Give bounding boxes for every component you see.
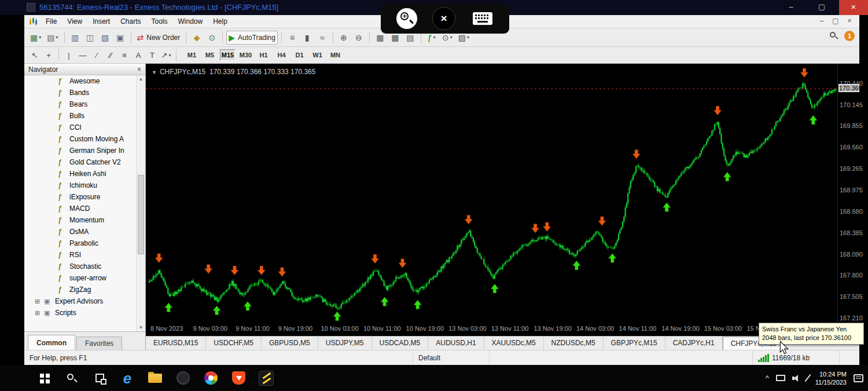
maximize-button[interactable]: ▢	[809, 0, 834, 15]
navigator-item-awesome[interactable]: ƒAwesome	[24, 75, 136, 87]
timeframe-m30[interactable]: M30	[238, 49, 253, 61]
navigator-item-bears[interactable]: ƒBears	[24, 98, 136, 110]
timeframe-m5[interactable]: M5	[202, 49, 218, 61]
navigator-item-parabolic[interactable]: ƒParabolic	[24, 237, 136, 249]
start-button[interactable]	[30, 365, 58, 391]
tray-expand-icon[interactable]: ^	[766, 374, 769, 382]
text-label-button[interactable]: T	[146, 49, 159, 61]
navigator-group-scripts[interactable]: ⊞▣Scripts	[24, 307, 136, 319]
symbol-tab-nzdusdc-m5[interactable]: NZDUSDc,M5	[544, 337, 604, 350]
data-window-button[interactable]: ◫	[83, 31, 97, 45]
navigator-item-osma[interactable]: ƒOsMA	[24, 226, 136, 237]
scrollbar-thumb[interactable]	[138, 175, 144, 254]
menu-file[interactable]: File	[41, 17, 62, 25]
recorder-stop-button[interactable]: ×	[432, 7, 455, 30]
navigator-item-bulls[interactable]: ƒBulls	[24, 110, 136, 122]
horizontal-line-button[interactable]: —	[76, 49, 89, 61]
taskbar-clock[interactable]: 10:24 PM 11/15/2023	[815, 370, 847, 386]
child-minimize-button[interactable]: –	[818, 17, 826, 25]
task-view-button[interactable]	[86, 365, 113, 391]
navigator-item-macd[interactable]: ƒMACD	[24, 203, 136, 214]
dark-app-button[interactable]	[169, 365, 197, 391]
timeframe-d1[interactable]: D1	[292, 49, 307, 61]
navigator-item-gold-catcher-v2[interactable]: ƒGold Catcher V2	[24, 156, 136, 168]
navigator-item-bands[interactable]: ƒBands	[24, 87, 136, 98]
zoom-in-button[interactable]: ⊕	[337, 31, 351, 45]
navigator-item-super-arrow[interactable]: ƒsuper-arrow	[24, 272, 136, 284]
chart-line-button[interactable]: ≈	[315, 31, 329, 45]
navigator-group-expert-advisors[interactable]: ⊞▣Expert Advisors	[24, 295, 136, 307]
keyboard-toggle-button[interactable]	[471, 10, 494, 27]
child-close-button[interactable]: ×	[845, 17, 854, 25]
tree-expand-icon[interactable]: ⊞	[35, 309, 42, 317]
navigator-toggle-button[interactable]: ▧	[98, 31, 112, 45]
search-icon[interactable]	[829, 31, 838, 41]
symbol-tab-xauusdc-m5[interactable]: XAUUSDc,M5	[484, 337, 544, 350]
brave-browser-button[interactable]	[225, 365, 252, 391]
zoom-out-button[interactable]: ⊖	[352, 31, 366, 45]
menu-charts[interactable]: Charts	[115, 17, 146, 25]
experts-button[interactable]: ⊙	[205, 31, 219, 45]
mt4-app-button[interactable]	[252, 365, 280, 391]
timeframe-m1[interactable]: M1	[184, 49, 200, 61]
navigator-item-german-sniper-in[interactable]: ƒGerman Sniper In	[24, 145, 136, 156]
profiles-button[interactable]: ▤▾	[45, 31, 60, 45]
chart-window[interactable]: ▼CHFJPYc,M15 170.339 170.366 170.333 170…	[146, 64, 837, 322]
symbol-tab-gbpusd-m5[interactable]: GBPUSD,M5	[262, 337, 318, 350]
navigator-item-heiken-ashi[interactable]: ƒHeiken Ashi	[24, 168, 136, 180]
navigator-item-momentum[interactable]: ƒMomentum	[24, 214, 136, 226]
navigator-scrollbar[interactable]: ▲ ▼	[136, 75, 145, 331]
colorful-app-button[interactable]	[197, 365, 225, 391]
cursor-button[interactable]: ↖	[28, 49, 41, 61]
notification-center-icon[interactable]	[854, 374, 863, 382]
timeframe-m15[interactable]: M15	[220, 49, 236, 61]
symbol-tab-audusd-h1[interactable]: AUDUSD,H1	[428, 337, 484, 350]
notification-badge[interactable]: 1	[844, 31, 855, 41]
timeframe-mn[interactable]: MN	[328, 49, 343, 61]
autotrading-button[interactable]: ▶AutoTrading	[226, 31, 278, 45]
scroll-up-icon[interactable]: ▲	[137, 76, 145, 82]
symbol-tab-usdcad-m5[interactable]: USDCAD,M5	[372, 337, 429, 350]
zoom-tool-button[interactable]: +	[396, 8, 417, 29]
close-button[interactable]: ×	[839, 0, 868, 15]
timeframe-h1[interactable]: H1	[256, 49, 271, 61]
minimize-button[interactable]: –	[778, 0, 804, 15]
navigator-tab-favorites[interactable]: Favorites	[76, 337, 122, 350]
chart-bars-button[interactable]: ≡	[285, 31, 299, 45]
volume-icon[interactable]	[792, 375, 800, 382]
navigator-tab-common[interactable]: Common	[28, 335, 75, 350]
display-icon[interactable]	[776, 375, 785, 381]
new-order-button[interactable]: ⇄New Order	[135, 31, 183, 45]
fibonacci-button[interactable]: ≡	[118, 49, 131, 61]
timeframe-h4[interactable]: H4	[274, 49, 289, 61]
symbol-tab-cadjpyc-h1[interactable]: CADJPYc,H1	[665, 337, 723, 350]
market-watch-button[interactable]: ▥	[68, 31, 82, 45]
symbol-tab-usdjpy-m5[interactable]: USDJPY,M5	[318, 337, 372, 350]
navigator-item-stochastic[interactable]: ƒStochastic	[24, 261, 136, 272]
metaeditor-button[interactable]: ◆	[190, 31, 204, 45]
menu-insert[interactable]: Insert	[87, 17, 115, 25]
status-profile[interactable]: Default	[413, 350, 490, 365]
edge-browser-button[interactable]: e	[113, 365, 141, 391]
menu-help[interactable]: Help	[208, 17, 233, 25]
terminal-toggle-button[interactable]: ▣	[113, 31, 127, 45]
child-restore-button[interactable]: ▢	[832, 17, 840, 25]
price-axis[interactable]: 170.365 170.440170.145169.855169.560169.…	[837, 64, 859, 322]
price-chart[interactable]	[146, 64, 837, 322]
arrows-tool-button[interactable]: ↗▾	[160, 49, 172, 61]
symbol-tab-usdchf-m5[interactable]: USDCHF,M5	[206, 337, 262, 350]
navigator-close-icon[interactable]: ×	[137, 65, 141, 74]
navigator-item-cci[interactable]: ƒCCI	[24, 122, 136, 133]
crosshair-button[interactable]: +	[42, 49, 55, 61]
menu-window[interactable]: Window	[173, 17, 208, 25]
symbol-tab-gbpjpyc-m15[interactable]: GBPJPYc,M15	[604, 337, 665, 350]
navigator-item-iexposure[interactable]: ƒiExposure	[24, 191, 136, 203]
new-chart-button[interactable]: ▦▾	[28, 31, 43, 45]
menu-tools[interactable]: Tools	[146, 17, 173, 25]
file-explorer-button[interactable]	[141, 365, 169, 391]
text-button[interactable]: A	[132, 49, 145, 61]
vertical-line-button[interactable]: |	[62, 49, 75, 61]
timeframe-w1[interactable]: W1	[310, 49, 325, 61]
symbol-tab-eurusd-m15[interactable]: EURUSD,M15	[146, 337, 206, 350]
equidistant-channel-button[interactable]: ∕∕	[104, 49, 117, 61]
